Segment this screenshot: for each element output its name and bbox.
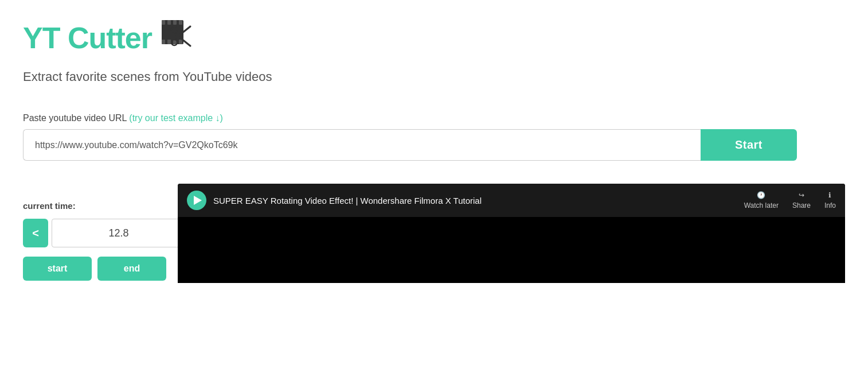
start-end-row: start end	[23, 257, 166, 281]
info-label: Info	[824, 201, 836, 210]
bottom-section: current time: < > start end SUPER EASY R…	[23, 184, 845, 292]
page-wrapper: YT Cutter Extract favorite scene	[0, 0, 868, 292]
svg-rect-5	[162, 40, 165, 44]
url-input-row: Start	[23, 129, 797, 161]
current-time-label: current time:	[23, 201, 166, 211]
watch-later-action[interactable]: 🕐 Watch later	[744, 191, 779, 210]
svg-rect-6	[167, 40, 171, 44]
time-stepper: < >	[23, 219, 166, 247]
watch-later-icon: 🕐	[757, 191, 765, 199]
info-icon: ℹ	[828, 191, 831, 199]
video-panel: SUPER EASY Rotating Video Effect! | Wond…	[178, 184, 845, 283]
video-actions: 🕐 Watch later ↪ Share ℹ Info	[744, 191, 836, 210]
play-button[interactable]	[187, 191, 206, 210]
svg-rect-4	[179, 20, 182, 25]
header: YT Cutter	[23, 17, 845, 58]
set-end-button[interactable]: end	[97, 257, 166, 281]
decrement-button[interactable]: <	[23, 219, 48, 247]
time-input[interactable]	[52, 219, 186, 247]
video-top-bar: SUPER EASY Rotating Video Effect! | Wond…	[178, 184, 845, 217]
url-section: Paste youtube video URL (try our test ex…	[23, 113, 845, 161]
app-title: YT Cutter	[23, 21, 152, 55]
film-scissors-icon	[159, 17, 193, 58]
svg-rect-3	[173, 20, 177, 25]
test-example-link[interactable]: (try our test example ↓)	[129, 113, 223, 123]
controls-panel: current time: < > start end	[23, 184, 178, 292]
svg-rect-1	[162, 20, 165, 25]
share-label: Share	[792, 201, 811, 210]
set-start-button[interactable]: start	[23, 257, 92, 281]
url-input[interactable]	[23, 129, 701, 161]
info-action[interactable]: ℹ Info	[824, 191, 836, 210]
url-label: Paste youtube video URL (try our test ex…	[23, 113, 845, 123]
play-triangle-icon	[194, 196, 202, 205]
video-title: SUPER EASY Rotating Video Effect! | Wond…	[213, 196, 737, 205]
svg-rect-2	[167, 20, 171, 25]
share-icon: ↪	[799, 191, 804, 199]
video-black-area	[178, 217, 845, 283]
watch-later-label: Watch later	[744, 201, 779, 210]
svg-rect-8	[179, 40, 182, 44]
share-action[interactable]: ↪ Share	[792, 191, 811, 210]
start-button[interactable]: Start	[701, 129, 797, 161]
subtitle: Extract favorite scenes from YouTube vid…	[23, 69, 845, 84]
